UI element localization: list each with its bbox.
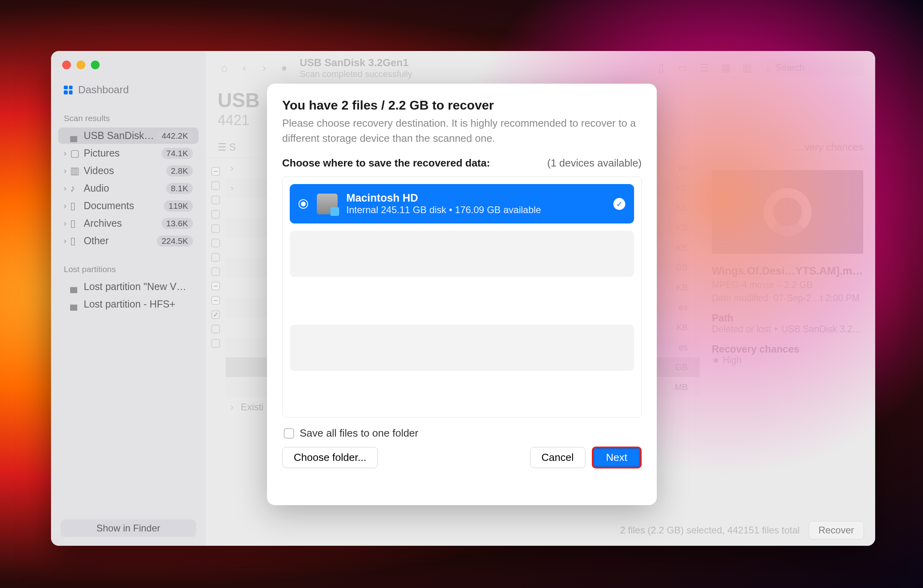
- choose-destination-label: Choose where to save the recovered data:: [282, 157, 490, 169]
- device-placeholder: [290, 231, 634, 277]
- window-controls: [58, 59, 198, 80]
- audio-icon: ♪: [70, 182, 84, 194]
- count-badge: 13.6K: [161, 218, 193, 229]
- preview-pane: Wings.Of.Desi…YTS.AM].mp4 MPEG-4 movie –…: [700, 158, 875, 515]
- row-checkbox[interactable]: [211, 210, 220, 219]
- section-scan-results: Scan results: [58, 99, 198, 126]
- row-checkbox[interactable]: [211, 239, 220, 247]
- sidebar-item-usb-sandisk[interactable]: ▄ USB SanDisk… 442.2K: [58, 127, 198, 144]
- hard-drive-icon: [317, 194, 338, 214]
- modal-title: You have 2 files / 2.2 GB to recover: [282, 98, 642, 113]
- home-button[interactable]: ⌂: [217, 61, 232, 76]
- chevron-right-icon: ›: [64, 166, 70, 175]
- section-lost-partitions: Lost partitions: [58, 250, 198, 277]
- preview-filename: Wings.Of.Desi…YTS.AM].mp4: [712, 265, 863, 277]
- dashboard-link[interactable]: Dashboard: [58, 80, 198, 99]
- row-checkbox[interactable]: [211, 224, 220, 233]
- recovery-chances-label: Recovery chances: [712, 343, 863, 355]
- row-checkbox[interactable]: [211, 282, 220, 290]
- device-list: Macintosh HD Internal 245.11 GB disk • 1…: [282, 176, 642, 417]
- count-badge: 119K: [164, 200, 193, 212]
- row-checkbox[interactable]: [211, 196, 220, 204]
- sidebar-item-archives[interactable]: ›▯ Archives 13.6K: [58, 215, 198, 231]
- search-input[interactable]: ⌕ Search: [760, 59, 864, 76]
- sidebar-item-lost-partition-2[interactable]: ▄ Lost partition - HFS+: [58, 296, 198, 312]
- row-checkbox[interactable]: [211, 181, 220, 190]
- new-file-icon[interactable]: ▯: [653, 60, 670, 76]
- sidebar-item-label: USB SanDisk…: [84, 130, 157, 141]
- device-macintosh-hd[interactable]: Macintosh HD Internal 245.11 GB disk • 1…: [290, 184, 634, 223]
- recovery-chances-header[interactable]: …very chances: [795, 141, 863, 153]
- next-button[interactable]: Next: [592, 447, 642, 468]
- preview-thumbnail: [712, 170, 863, 254]
- close-icon[interactable]: [62, 61, 71, 69]
- page-subtitle: Scan completed successfully: [300, 69, 412, 79]
- row-checkbox[interactable]: [211, 253, 220, 262]
- page-title: USB SanDisk 3.2Gen1: [300, 57, 412, 69]
- sidebar-item-label: Other: [84, 235, 157, 247]
- search-icon: ⌕: [766, 63, 772, 73]
- sidebar-item-audio[interactable]: ›♪ Audio 8.1K: [58, 180, 198, 196]
- chevron-right-icon: ›: [64, 236, 70, 245]
- status-bar: 2 files (2.2 GB) selected, 442151 files …: [206, 515, 875, 546]
- chevron-right-icon: ›: [64, 149, 70, 158]
- count-badge: 8.1K: [166, 183, 193, 194]
- save-all-label: Save all files to one folder: [300, 427, 418, 439]
- search-placeholder: Search: [776, 63, 805, 73]
- modified-value: 07-Sep-2…t 2:00 PM: [774, 293, 860, 303]
- row-checkbox[interactable]: [211, 325, 220, 333]
- chevron-right-icon: ›: [64, 184, 70, 193]
- radio-selected-icon: [299, 199, 308, 209]
- sidebar-item-lost-partition-1[interactable]: ▄ Lost partition "New V…: [58, 278, 198, 295]
- sidebar-item-pictures[interactable]: ›▢ Pictures 74.1K: [58, 145, 198, 161]
- path-value: Deleted or lost ‣ USB SanDisk 3.2…: [712, 324, 863, 335]
- sidebar-item-other[interactable]: ›▯ Other 224.5K: [58, 233, 198, 249]
- star-icon: ★: [712, 355, 720, 365]
- row-checkbox[interactable]: [211, 267, 220, 276]
- maximize-icon[interactable]: [91, 61, 100, 69]
- selection-status: 2 files (2.2 GB) selected, 442151 files …: [620, 525, 800, 536]
- choose-folder-button[interactable]: Choose folder...: [282, 447, 378, 468]
- row-checkbox[interactable]: [211, 339, 220, 348]
- row-checkbox[interactable]: [211, 296, 220, 305]
- sidebar-item-label: Lost partition - HFS+: [84, 298, 193, 310]
- dashboard-label: Dashboard: [78, 84, 129, 96]
- device-placeholder: [290, 325, 634, 371]
- list-view-icon[interactable]: ☰: [696, 60, 713, 76]
- sidebar: Dashboard Scan results ▄ USB SanDisk… 44…: [51, 51, 206, 546]
- row-checkbox[interactable]: [211, 310, 220, 319]
- folder-icon[interactable]: ▭: [674, 60, 691, 76]
- count-badge: 224.5K: [157, 235, 193, 247]
- forward-button[interactable]: ›: [257, 61, 272, 76]
- sidebar-item-documents[interactable]: ›▯ Documents 119K: [58, 198, 198, 214]
- minimize-icon[interactable]: [77, 61, 85, 69]
- path-label: Path: [712, 312, 863, 324]
- show-in-finder-button[interactable]: Show in Finder: [61, 519, 196, 537]
- count-badge: 442.2K: [157, 130, 193, 141]
- disk-icon: ▄: [70, 130, 84, 141]
- cancel-button[interactable]: Cancel: [530, 447, 585, 468]
- grid-view-icon[interactable]: ▦: [717, 60, 734, 76]
- sidebar-item-videos[interactable]: ›▥ Videos 2.8K: [58, 163, 198, 179]
- sidebar-item-label: Archives: [84, 218, 161, 229]
- count-badge: 74.1K: [161, 148, 193, 159]
- sidebar-item-label: Lost partition "New V…: [84, 281, 193, 292]
- chevron-right-icon: ›: [64, 219, 70, 228]
- filter-icon[interactable]: ☰ S: [218, 141, 236, 153]
- dashboard-icon: [64, 86, 73, 94]
- preview-meta: MPEG-4 movie – 2.2 GB: [712, 280, 863, 290]
- recover-button[interactable]: Recover: [809, 521, 864, 539]
- loading-spinner-icon: [764, 188, 811, 236]
- row-checkbox[interactable]: [211, 167, 220, 176]
- sidebar-item-label: Audio: [84, 182, 166, 194]
- device-detail: Internal 245.11 GB disk • 176.09 GB avai…: [346, 204, 541, 216]
- save-all-option[interactable]: Save all files to one folder: [284, 427, 640, 439]
- chevron-right-icon: ›: [64, 201, 70, 210]
- status-icon: ●: [277, 61, 292, 76]
- recovery-chances-value: High: [723, 355, 741, 365]
- checkbox[interactable]: [284, 428, 294, 439]
- disk-icon: ▄: [70, 298, 84, 310]
- modal-description: Please choose recovery destination. It i…: [282, 116, 642, 146]
- back-button[interactable]: ‹: [237, 61, 252, 76]
- columns-view-icon[interactable]: ▥: [739, 60, 756, 76]
